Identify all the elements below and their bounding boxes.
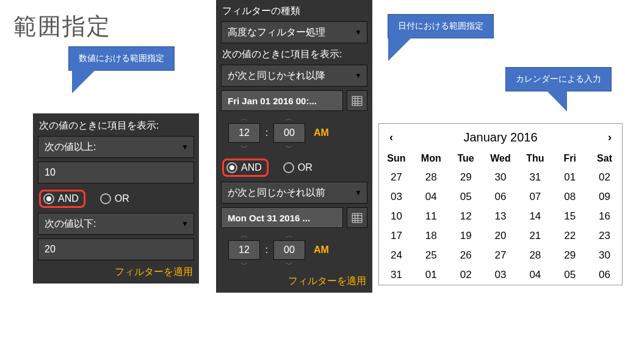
date2-input[interactable]: Mon Oct 31 2016 ... [221,207,343,228]
calendar-day[interactable]: 31 [379,265,414,285]
page-title: 範囲指定 [13,11,111,42]
calendar-day[interactable]: 27 [379,168,414,187]
calendar-day[interactable]: 03 [483,265,518,285]
calendar-day[interactable]: 01 [414,265,449,285]
calendar-day[interactable]: 03 [379,187,414,207]
numeric-op1-value: 次の値以上: [45,141,96,154]
calendar-day[interactable]: 30 [483,168,518,187]
calendar-day[interactable]: 25 [414,246,449,265]
hour1-down[interactable]: ﹀ [226,143,262,152]
filter-type-select[interactable]: 高度なフィルター処理 ▼ [221,21,367,43]
chevron-down-icon: ▼ [181,143,189,151]
calendar-day[interactable]: 14 [518,207,552,226]
calendar-day[interactable]: 02 [449,265,483,285]
date2-text: Mon Oct 31 2016 ... [228,213,310,223]
calendar-day[interactable]: 31 [518,168,552,187]
date-apply-link[interactable]: フィルターを適用 [221,273,367,288]
calendar-dow: Tue [449,151,483,168]
hour2-down[interactable]: ﹀ [226,260,262,269]
date-or-label: OR [298,162,312,173]
calendar-button-2[interactable] [347,207,367,228]
calendar-day[interactable]: 24 [379,246,414,265]
date-op1-select[interactable]: が次と同じかそれ以降 ▼ [221,65,367,87]
calendar-day[interactable]: 21 [518,226,552,246]
ampm2-toggle[interactable]: AM [314,244,329,255]
min1-input[interactable]: 00 [273,123,305,143]
min1-up[interactable]: ︿ [271,113,308,123]
date-and-label: AND [241,162,262,173]
min2-up[interactable]: ︿ [271,230,308,240]
calendar-button-1[interactable] [347,90,367,111]
numeric-or-radio[interactable]: OR [100,193,129,204]
calendar-day[interactable]: 29 [449,168,483,187]
calendar-day[interactable]: 10 [379,207,414,226]
date-filter-panel: フィルターの種類 高度なフィルター処理 ▼ 次の値のときに項目を表示: が次と同… [216,0,372,293]
calendar-day[interactable]: 05 [552,265,587,285]
calendar-day[interactable]: 19 [449,226,483,246]
radio-selected-icon [43,193,54,204]
calendar-title[interactable]: January 2016 [463,130,537,145]
calendar-day[interactable]: 17 [379,226,414,246]
date-op2-select[interactable]: が次と同じかそれ以前 ▼ [221,182,367,204]
chevron-down-icon: ▼ [355,188,362,197]
calendar-day[interactable]: 06 [483,187,518,207]
ampm1-toggle[interactable]: AM [314,127,329,138]
calendar-day[interactable]: 12 [449,207,483,226]
numeric-val1-input[interactable]: 10 [38,162,194,184]
calendar-next-button[interactable]: › [604,131,616,144]
calendar-day[interactable]: 29 [552,246,587,265]
numeric-and-radio[interactable]: AND [43,193,79,204]
hour2-up[interactable]: ︿ [226,230,262,240]
calendar-day[interactable]: 26 [449,246,483,265]
min2-down[interactable]: ﹀ [271,260,308,269]
calendar-day[interactable]: 13 [483,207,518,226]
calendar-dow: Mon [414,151,449,168]
filter-type-label: フィルターの種類 [221,4,367,21]
calendar-day[interactable]: 20 [483,226,518,246]
numeric-filter-panel: 次の値のときに項目を表示: 次の値以上: ▼ 10 AND OR 次の値以下: … [33,113,199,284]
calendar-day[interactable]: 27 [483,246,518,265]
radio-unselected-icon [100,193,111,204]
min2-input[interactable]: 00 [273,240,305,260]
numeric-op1-select[interactable]: 次の値以上: ▼ [38,136,194,158]
date-or-radio[interactable]: OR [283,162,312,173]
numeric-val2-input[interactable]: 20 [38,238,194,260]
callout-numeric-text: 数値における範囲指定 [79,53,164,63]
calendar-day[interactable]: 15 [552,207,587,226]
calendar-day[interactable]: 23 [587,226,622,246]
calendar-day[interactable]: 28 [518,246,552,265]
calendar-day[interactable]: 09 [587,187,622,207]
calendar-day[interactable]: 01 [552,168,587,187]
calendar-prev-button[interactable]: ‹ [385,131,397,144]
calendar-day[interactable]: 22 [552,226,587,246]
calendar-day[interactable]: 08 [552,187,587,207]
calendar-day[interactable]: 16 [587,207,622,226]
calendar-day[interactable]: 28 [414,168,449,187]
calendar-day[interactable]: 18 [414,226,449,246]
numeric-show-when-label: 次の値のときに項目を表示: [38,118,194,136]
chevron-down-icon: ▼ [355,71,362,80]
numeric-and-label: AND [58,193,79,204]
numeric-op2-value: 次の値以下: [45,218,96,230]
date-and-radio[interactable]: AND [226,162,262,173]
calendar-day[interactable]: 11 [414,207,449,226]
calendar-day[interactable]: 04 [518,265,552,285]
callout-calendar: カレンダーによる入力 [505,67,612,91]
date-op1-value: が次と同じかそれ以降 [228,70,325,82]
hour1-input[interactable]: 12 [228,123,260,143]
hour2-input[interactable]: 12 [228,240,260,260]
hour1-up[interactable]: ︿ [226,113,262,123]
numeric-op2-select[interactable]: 次の値以下: ▼ [38,213,194,235]
calendar-day[interactable]: 05 [449,187,483,207]
numeric-apply-link[interactable]: フィルターを適用 [38,264,194,279]
date1-text: Fri Jan 01 2016 00:... [228,96,317,106]
date1-input[interactable]: Fri Jan 01 2016 00:... [221,90,343,111]
calendar-day[interactable]: 07 [518,187,552,207]
calendar-widget: ‹ January 2016 › SunMonTueWedThuFriSat 2… [378,123,623,285]
min1-down[interactable]: ﹀ [271,143,308,152]
calendar-day[interactable]: 04 [414,187,449,207]
calendar-day[interactable]: 06 [587,265,622,285]
date-show-when-label: 次の値のときに項目を表示: [221,47,367,65]
calendar-day[interactable]: 02 [587,168,622,187]
calendar-day[interactable]: 30 [587,246,622,265]
